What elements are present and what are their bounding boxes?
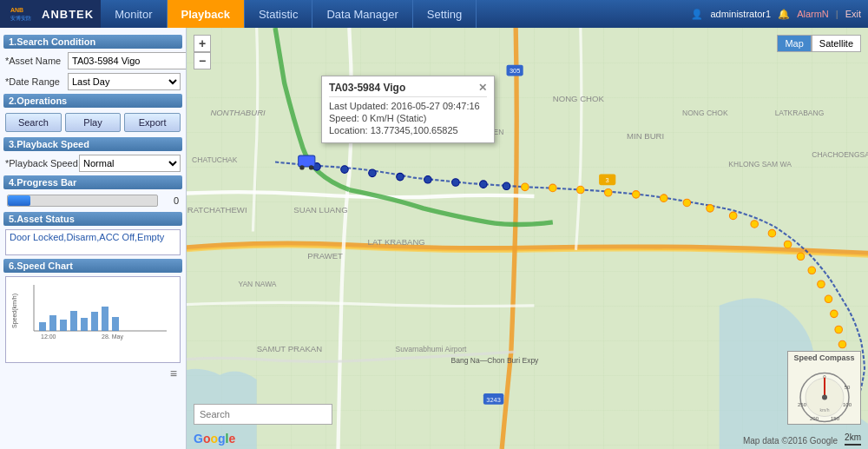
map-type-satellite[interactable]: Satellite bbox=[812, 35, 861, 52]
alert-icon: 🔔 bbox=[778, 9, 790, 20]
svg-point-33 bbox=[835, 326, 843, 333]
date-range-row: *Date Range Last Day Last Week Last Mont… bbox=[3, 73, 182, 90]
section-progress-header: 4.Progress Bar bbox=[3, 175, 182, 189]
svg-rect-11 bbox=[91, 312, 98, 331]
svg-text:KHLONG SAM WA: KHLONG SAM WA bbox=[728, 160, 792, 168]
progress-bar-fill bbox=[8, 195, 30, 206]
svg-rect-12 bbox=[102, 307, 108, 331]
svg-text:ANB: ANB bbox=[10, 7, 23, 13]
svg-point-18 bbox=[577, 186, 585, 194]
map-footer: Google Map data ©2016 Google 2km bbox=[187, 432, 868, 446]
logo-icon: ANB 安博安防 bbox=[7, 3, 38, 24]
map-type-buttons: Map Satellite bbox=[777, 35, 861, 52]
svg-text:CHACHOENGSAO: CHACHOENGSAO bbox=[812, 150, 868, 159]
svg-text:250: 250 bbox=[797, 402, 806, 407]
svg-text:SAMUT PRAKAN: SAMUT PRAKAN bbox=[257, 344, 322, 353]
tab-setting[interactable]: Setting bbox=[413, 0, 477, 28]
svg-text:NONTHABURI: NONTHABURI bbox=[210, 108, 266, 117]
svg-text:50: 50 bbox=[844, 385, 850, 390]
svg-rect-7 bbox=[49, 315, 56, 331]
svg-point-21 bbox=[660, 195, 667, 202]
export-button[interactable]: Export bbox=[124, 113, 181, 132]
svg-rect-8 bbox=[60, 320, 67, 331]
popup-title-text: TA03-5984 Vigo bbox=[329, 82, 405, 94]
asset-name-label: *Asset Name bbox=[5, 56, 68, 66]
hamburger-icon[interactable]: ≡ bbox=[3, 365, 182, 382]
svg-text:3: 3 bbox=[606, 176, 609, 184]
search-button[interactable]: Search bbox=[5, 113, 62, 132]
svg-point-29 bbox=[808, 267, 816, 274]
svg-text:Bang Na—Chon Buri Expy: Bang Na—Chon Buri Expy bbox=[451, 356, 540, 365]
popup-close-button[interactable]: ✕ bbox=[478, 82, 487, 94]
section-asset-status-header: 5.Asset Status bbox=[3, 212, 182, 226]
svg-point-46 bbox=[480, 181, 488, 188]
zoom-out-button[interactable]: − bbox=[194, 52, 211, 69]
svg-text:100: 100 bbox=[842, 402, 852, 407]
section-search-header: 1.Search Condition bbox=[3, 35, 182, 49]
svg-point-34 bbox=[838, 340, 846, 348]
popup-location-value: 13.77345,100.65825 bbox=[371, 125, 458, 135]
section-speed-chart-header: 6.Speed Chart bbox=[3, 259, 182, 273]
main-layout: 1.Search Condition *Asset Name *Date Ran… bbox=[0, 28, 868, 449]
svg-text:3243: 3243 bbox=[486, 396, 501, 404]
asset-name-row: *Asset Name bbox=[3, 52, 182, 69]
svg-point-42 bbox=[369, 169, 377, 177]
map-area: NONTHABURI CHATUCHAK RATCHATHEWI SUAN LU… bbox=[187, 28, 868, 449]
progress-bar-bg[interactable] bbox=[7, 195, 158, 207]
tab-data-manager[interactable]: Data Manager bbox=[312, 0, 412, 28]
google-logo: Google bbox=[194, 432, 235, 446]
svg-text:CHATUCHAK: CHATUCHAK bbox=[192, 155, 238, 164]
progress-section: 0 bbox=[3, 193, 182, 208]
popup-speed-value: 0 Km/H (Static) bbox=[362, 113, 427, 123]
svg-point-20 bbox=[632, 191, 640, 199]
tab-playback[interactable]: Playback bbox=[168, 0, 245, 28]
map-search-input[interactable] bbox=[194, 404, 332, 425]
exit-button[interactable]: Exit bbox=[845, 9, 861, 19]
zoom-controls: + − bbox=[194, 35, 211, 69]
asset-status-area: Door Locked,Disarm,ACC Off,Empty bbox=[5, 229, 181, 255]
map-type-map[interactable]: Map bbox=[777, 35, 811, 52]
popup-speed: Speed: 0 Km/H (Static) bbox=[329, 113, 487, 123]
svg-point-30 bbox=[818, 281, 825, 288]
play-button[interactable]: Play bbox=[65, 113, 122, 132]
svg-rect-6 bbox=[39, 322, 46, 331]
svg-text:NONG CHOK: NONG CHOK bbox=[553, 94, 605, 103]
svg-point-26 bbox=[768, 229, 776, 237]
divider: | bbox=[836, 9, 838, 19]
svg-text:安博安防: 安博安防 bbox=[10, 15, 31, 21]
svg-point-27 bbox=[784, 241, 792, 248]
svg-text:305: 305 bbox=[510, 67, 520, 75]
alert-label: AlarmN bbox=[797, 9, 829, 19]
svg-point-44 bbox=[424, 176, 432, 184]
scale-value: 2km bbox=[845, 432, 861, 442]
svg-point-50 bbox=[309, 165, 313, 169]
username: administrator1 bbox=[710, 9, 771, 19]
topnav: ANB 安博安防 ANBTEK Monitor Playback Statist… bbox=[0, 0, 868, 28]
svg-text:Suvarnabhumi Airport: Suvarnabhumi Airport bbox=[396, 345, 468, 353]
popup-speed-label: Speed: bbox=[329, 113, 359, 123]
map-popup: TA03-5984 Vigo ✕ Last Updated: 2016-05-2… bbox=[321, 76, 495, 143]
popup-last-updated-value: 2016-05-27 09:47:16 bbox=[391, 101, 480, 111]
svg-text:Speed(km/h): Speed(km/h) bbox=[11, 294, 18, 328]
svg-text:NONG CHOK: NONG CHOK bbox=[682, 109, 728, 117]
svg-point-19 bbox=[605, 188, 613, 196]
date-range-select[interactable]: Last Day Last Week Last Month Custom bbox=[68, 73, 181, 90]
tab-monitor[interactable]: Monitor bbox=[101, 0, 167, 28]
asset-status-text: Door Locked,Disarm,ACC Off,Empty bbox=[10, 232, 164, 242]
popup-last-updated: Last Updated: 2016-05-27 09:47:16 bbox=[329, 101, 487, 111]
speed-chart-area: Speed(km/h) 12:00 28. May bbox=[5, 276, 181, 363]
playback-speed-select[interactable]: Normal Slow Fast bbox=[79, 155, 181, 172]
zoom-in-button[interactable]: + bbox=[194, 35, 211, 52]
asset-name-input[interactable] bbox=[68, 52, 187, 69]
svg-point-49 bbox=[299, 165, 304, 169]
svg-text:SUAN LUANG: SUAN LUANG bbox=[293, 205, 347, 215]
nav-tabs: Monitor Playback Statistic Data Manager … bbox=[101, 0, 477, 28]
left-panel: 1.Search Condition *Asset Name *Date Ran… bbox=[0, 28, 187, 449]
svg-point-23 bbox=[707, 205, 714, 213]
svg-text:km/h: km/h bbox=[819, 407, 829, 413]
operations-buttons: Search Play Export bbox=[3, 111, 182, 134]
svg-text:28. May: 28. May bbox=[102, 333, 123, 340]
road-svg: NONTHABURI CHATUCHAK RATCHATHEWI SUAN LU… bbox=[187, 28, 868, 449]
svg-point-31 bbox=[825, 295, 832, 303]
tab-statistic[interactable]: Statistic bbox=[245, 0, 313, 28]
